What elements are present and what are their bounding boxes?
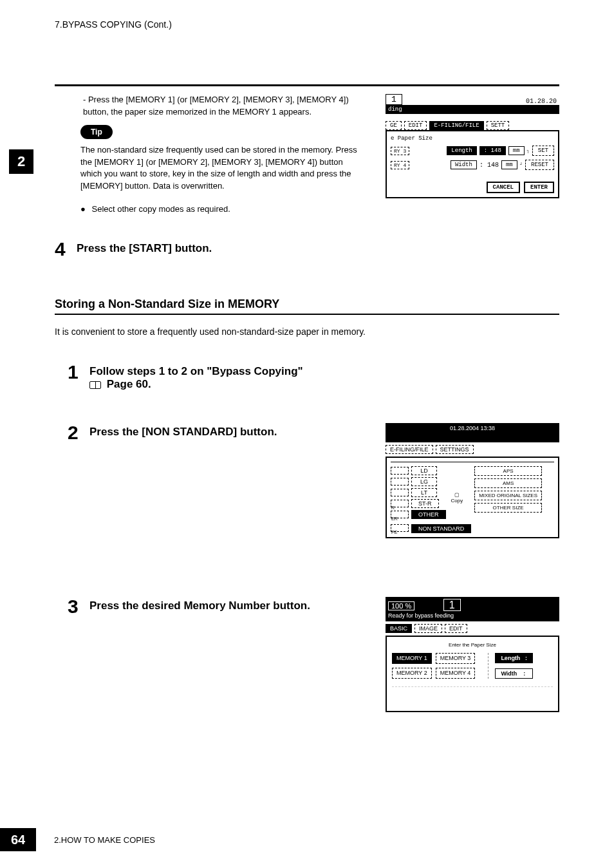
screenshot-panel-1: 1 01.28.20 ding GE EDIT E-FILING/FILE SE… — [386, 94, 559, 198]
ss1-tab-ge[interactable]: GE — [386, 121, 402, 130]
ss3-percent-value: 100 % — [388, 601, 414, 610]
ss2-copy-label: Copy — [451, 498, 463, 504]
select-other-text: Select other copy modes as required. — [80, 204, 559, 214]
ss3-counter: 1 — [443, 599, 461, 611]
step1-text-block: Follow steps 1 to 2 on "Bypass Copying" … — [89, 365, 303, 391]
ss1-ry3[interactable]: RY 3 — [391, 147, 409, 155]
ss1-length-label: Length — [447, 146, 476, 155]
ss1-topline: 1 01.28.20 — [386, 94, 559, 105]
step1-line2: Page 60. — [107, 378, 151, 390]
ss2-aps-button[interactable]: APS — [474, 466, 542, 476]
ss1-reset-button[interactable]: RESET — [525, 160, 554, 170]
ss3-tab-image[interactable]: IMAGE — [414, 624, 442, 633]
ss1-length-mm: mm — [508, 146, 525, 155]
ss1-ry4[interactable]: RY 4 — [391, 161, 409, 169]
ss1-date: 01.28.20 — [526, 98, 557, 105]
ss2-lt-button[interactable]: LT — [411, 488, 437, 497]
section-divider — [55, 314, 559, 315]
ss2-pe[interactable]: PE — [391, 524, 409, 532]
ss3-memory1-button[interactable]: MEMORY 1 — [392, 653, 432, 664]
step1-line1: Follow steps 1 to 2 on "Bypass Copying" — [89, 365, 303, 378]
ss3-ready-text: Ready for bypass feeding — [388, 612, 557, 619]
ss3-tab-edit[interactable]: EDIT — [445, 624, 467, 633]
ss1-tab-efiling[interactable]: E-FILING/FILE — [429, 121, 483, 130]
tip-text: The non-standard size frequently used ca… — [80, 144, 364, 193]
ss3-subtitle: Enter the Paper Size — [392, 642, 553, 648]
step2-number: 2 — [68, 423, 82, 442]
step3-number: 3 — [68, 597, 82, 616]
ss2-dark-strip — [386, 433, 559, 442]
ss1-enter-button[interactable]: ENTER — [524, 182, 554, 193]
ss1-length-colon: : 148 — [479, 146, 506, 155]
select-other-label: Select other copy modes as required. — [91, 204, 230, 214]
ss2-other-button[interactable]: OTHER — [411, 510, 446, 519]
ss2-copy-icon-area: ▢ Copy — [451, 466, 463, 519]
footer-page-number: 64 — [0, 828, 36, 851]
ss3-tab-basic[interactable]: BASIC — [386, 624, 412, 633]
ss2-lg-button[interactable]: LG — [411, 477, 437, 486]
footer-chapter-text: 2.HOW TO MAKE COPIES — [54, 835, 155, 845]
step2-text: Press the [NON STANDARD] button. — [89, 426, 277, 439]
ss2-nonstandard-button[interactable]: NON STANDARD — [411, 524, 471, 533]
ss3-memory3-button[interactable]: MEMORY 3 — [436, 653, 476, 664]
ss2-tab-settings[interactable]: SETTINGS — [436, 445, 474, 454]
ss1-width-mm: mm — [501, 160, 517, 169]
step4-text: Press the [START] button. — [77, 242, 212, 255]
ss3-memory2-button[interactable]: MEMORY 2 — [392, 668, 432, 679]
divider-line — [55, 84, 559, 86]
ss1-set-button[interactable]: SET — [532, 146, 554, 156]
step1-line2-wrap: Page 60. — [89, 378, 303, 391]
ss3-memory4-button[interactable]: MEMORY 4 — [436, 668, 476, 679]
screenshot-panel-2: 01.28.2004 13:38 E-FILING/FILE SETTINGS … — [386, 423, 559, 538]
ss2-tray-er[interactable]: ER — [391, 511, 409, 518]
ss2-str-button[interactable]: ST-R — [411, 499, 439, 508]
step3-text: Press the desired Memory Number button. — [89, 599, 310, 612]
ss1-width-label: Width — [451, 160, 477, 169]
book-icon — [89, 381, 101, 389]
ss2-tray-2[interactable] — [391, 478, 409, 486]
step4-number: 4 — [55, 240, 69, 259]
tip-badge: Tip — [80, 125, 113, 139]
section-intro: It is convenient to store a frequently u… — [55, 326, 559, 337]
chapter-number-box: 2 — [9, 149, 33, 174]
page-footer: 64 2.HOW TO MAKE COPIES — [0, 828, 155, 851]
ss1-tab-sett[interactable]: SETT — [487, 121, 510, 130]
ss1-dark-strip: ding — [386, 105, 559, 114]
section-heading: Storing a Non-Standard Size in MEMORY — [55, 297, 559, 311]
ss2-tray-1[interactable] — [391, 467, 409, 475]
ss2-ams-button[interactable]: AMS — [474, 478, 542, 488]
ss2-mixed-button[interactable]: MIXED ORIGINAL SIZES — [474, 491, 542, 500]
page-header: 7.BYPASS COPYING (Cont.) — [55, 19, 559, 30]
ss1-width-val: : 148 — [479, 162, 499, 169]
ss3-length-field[interactable]: Length : — [495, 653, 533, 663]
ss2-tray-r[interactable]: R — [391, 500, 409, 507]
ss2-ld-button[interactable]: LD — [411, 466, 437, 475]
ss2-tray-3[interactable] — [391, 489, 409, 496]
ss2-othersize-button[interactable]: OTHER SIZE — [474, 503, 542, 513]
ss1-counter: 1 — [386, 94, 402, 105]
ss2-tab-efiling[interactable]: E-FILING/FILE — [386, 445, 433, 454]
step1-number: 1 — [68, 363, 82, 382]
ss1-cancel-button[interactable]: CANCEL — [487, 182, 520, 193]
ss3-width-field[interactable]: Width : — [495, 668, 533, 679]
ss2-date: 01.28.2004 13:38 — [386, 423, 559, 433]
screenshot-panel-3: 100 % 1 Ready for bypass feeding BASIC I… — [386, 597, 559, 712]
ss1-paper-size-label: e Paper Size — [391, 135, 554, 142]
ss1-tab-edit[interactable]: EDIT — [404, 121, 427, 130]
memory-instruction-text: - Press the [MEMORY 1] (or [MEMORY 2], [… — [83, 94, 360, 118]
